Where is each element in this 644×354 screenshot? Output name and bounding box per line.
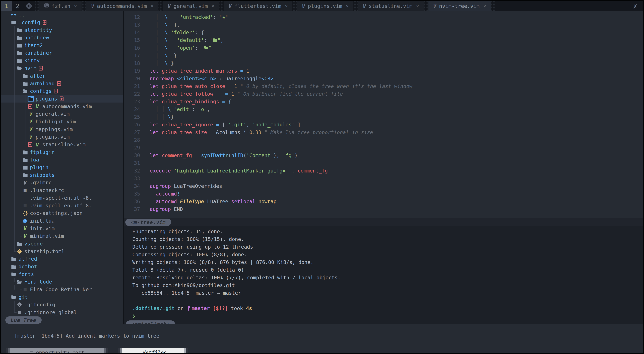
tree-item-plugins[interactable]: plugins <box>1 95 123 103</box>
tree-item-dotbot[interactable]: dotbot <box>1 263 123 271</box>
tree-item-vscode[interactable]: vscode <box>1 240 123 248</box>
tree-item-Fira-Code[interactable]: Fira Code <box>1 278 123 286</box>
tree-item-homebrew[interactable]: homebrew <box>1 34 123 41</box>
tab-close-icon[interactable]: × <box>416 3 419 9</box>
editor-tab[interactable]: Vautocommands.vim× <box>86 1 158 11</box>
tree-item-label: alacritty <box>24 27 52 33</box>
line-number: 37 <box>124 205 150 213</box>
tree-indent-guide <box>14 301 14 313</box>
tree-item-label: .luacheckrc <box>30 187 64 193</box>
tree-item-.vim-spell-en.utf-8.[interactable]: ≡.vim-spell-en.utf-8. <box>1 202 123 209</box>
tab-close-icon[interactable]: × <box>346 3 349 9</box>
tree-item-label: snippets <box>30 172 55 178</box>
tree-item-.gitignore-global[interactable]: ≡.gitignore_global <box>1 309 123 316</box>
code-line-text: let comment_fg = synIDattr(hlID('Comment… <box>150 152 298 159</box>
editor-tab[interactable]: Vgeneral.vim× <box>163 1 219 11</box>
tree-item-plugins.vim[interactable]: Vplugins.vim <box>1 133 123 141</box>
tree-item-general.vim[interactable]: Vgeneral.vim <box>1 110 123 118</box>
tree-item-autoload[interactable]: autoload <box>1 80 123 87</box>
code-line: 20nnoremap <silent><c-n> :LuaTreeToggle<… <box>124 75 643 82</box>
tree-item-ftplugin[interactable]: ftplugin <box>1 148 123 156</box>
tree-item-statusline.vim[interactable]: Vstatusline.vim <box>1 141 123 148</box>
tree-item-init.lua[interactable]: init.lua <box>1 217 123 225</box>
tree-item-Fira-Code-Retina-Ner[interactable]: ≡Fira Code Retina Ner <box>1 286 123 293</box>
tree-item-.config[interactable]: .config <box>1 19 123 26</box>
file-tree-pane: ••...configalacrittyhomebrewiterm2karabi… <box>1 11 123 324</box>
tree-item-init.vim[interactable]: Vinit.vim <box>1 225 123 232</box>
tree-item-.vim-spell-en.utf-8.[interactable]: ≡.vim-spell-en.utf-8. <box>1 194 123 202</box>
vim-icon: V <box>363 3 366 9</box>
editor-tab[interactable]: Vstatusline.vim× <box>358 1 424 11</box>
folder-glyph-icon <box>213 37 218 43</box>
folder-icon <box>16 35 22 40</box>
tree-item-autocommands.vim[interactable]: Vautocommands.vim <box>1 102 123 110</box>
tmux-window-label: opportunity_cost <box>36 350 84 354</box>
cursor-block <box>28 96 34 101</box>
tmux-window-opportunity-cost[interactable]: □ opportunity_cost <box>6 348 108 354</box>
tree-item-karabiner[interactable]: karabiner <box>1 49 123 57</box>
tree-item-nvim[interactable]: nvim <box>1 64 123 72</box>
tree-item-.gvimrc[interactable]: V.gvimrc <box>1 179 123 187</box>
tree-indent-guide <box>14 26 14 252</box>
code-line-text: augroup LuaTreeOverrides <box>150 182 222 190</box>
code-line-text: augroup END <box>150 205 183 213</box>
tree-item-.luacheckrc[interactable]: ≡.luacheckrc <box>1 187 123 194</box>
tree-item-lua[interactable]: lua <box>1 156 123 164</box>
tree-item-starship.toml[interactable]: starship.toml <box>1 248 123 255</box>
tmux-window-.dotfiles[interactable]: .dotfiles <box>118 348 188 354</box>
editor-tab[interactable]: fzf.sh× <box>40 1 82 11</box>
line-number: 16 <box>124 44 150 52</box>
line-number: 17 <box>124 52 150 59</box>
code-line: 27let g:lua_tree_size = &columns * 0.33 … <box>124 129 643 136</box>
tab-close-icon[interactable]: × <box>74 3 77 9</box>
tree-item-iterm2[interactable]: iterm2 <box>1 41 123 49</box>
tree-item-minimal.vim[interactable]: Vminimal.vim <box>1 232 123 240</box>
terminal-line: Writing objects: 100% (8/8), 876 bytes |… <box>132 259 643 266</box>
tmux-window-number[interactable]: 1 <box>1 1 12 11</box>
text-file-icon: ≡ <box>22 286 28 293</box>
code-line-text: execute 'highlight LuaTreeIndentMarker g… <box>150 167 328 175</box>
line-number: 27 <box>124 129 150 136</box>
tree-item-alacritty[interactable]: alacritty <box>1 26 123 34</box>
tab-close-icon[interactable]: × <box>150 3 154 9</box>
tree-item-alfred[interactable]: alfred <box>1 255 123 263</box>
tree-item-.gitconfig[interactable]: .gitconfig <box>1 301 123 309</box>
code-line: 19let g:lua_tree_indent_markers = 1 <box>124 67 643 75</box>
tree-item-fonts[interactable]: fonts <box>1 270 123 278</box>
tree-indent-corner <box>20 290 22 290</box>
tree-item-configs[interactable]: configs <box>1 87 123 95</box>
code-editor[interactable]: 12 │ \ 'untracked': "★"13 │ \ },14 │ \ '… <box>124 11 643 218</box>
tree-item-snippets[interactable]: snippets <box>1 171 123 179</box>
main-area: ••...configalacrittyhomebrewiterm2karabi… <box>1 11 643 324</box>
tree-item-label: .vim-spell-en.utf-8. <box>30 203 92 209</box>
tab-close-icon[interactable]: × <box>285 3 288 9</box>
editor-tab[interactable]: Vplugins.vim× <box>297 1 354 11</box>
tree-item-plugin[interactable]: plugin <box>1 164 123 171</box>
tab-close-icon[interactable]: × <box>212 3 214 9</box>
tree-item-mappings.vim[interactable]: Vmappings.vim <box>1 125 123 133</box>
tree-item-git[interactable]: git <box>1 293 123 301</box>
back-circle-icon[interactable] <box>23 1 35 11</box>
tree-item-label: lua <box>30 157 39 163</box>
code-line-text: │ │ \ "edit": "o", <box>150 105 210 113</box>
terminal-line: remote: Resolving deltas: 100% (7/7), co… <box>132 274 643 282</box>
tree-item-..[interactable]: ••.. <box>1 11 123 19</box>
tree-item-kitty[interactable]: kitty <box>1 57 123 64</box>
git-unstaged-icon <box>28 142 32 147</box>
tree-item-coc-settings.json[interactable]: {}coc-settings.json <box>1 209 123 217</box>
tree-item-highlight.vim[interactable]: Vhighlight.vim <box>1 118 123 126</box>
folder-open-glyph-icon <box>204 45 208 51</box>
editor-tab[interactable]: Vfluttertest.vim× <box>224 1 292 11</box>
code-line: 36 autocmd FileType LuaTree setlocal now… <box>124 198 643 205</box>
text-file-icon: ≡ <box>22 187 28 194</box>
terminal-pane[interactable]: Enumerating objects: 15, done.Counting o… <box>124 226 643 320</box>
code-line: 18 │ \ } <box>124 59 643 67</box>
vim-icon: V <box>168 3 171 9</box>
close-all-icon[interactable]: ✗ <box>628 1 643 11</box>
terminal-line: Delta compression using up to 12 threads <box>132 243 643 251</box>
editor-tab[interactable]: Vnvim-tree.vim× <box>428 1 491 11</box>
tmux-window-number[interactable]: 2 <box>12 1 23 11</box>
tree-indent-guide <box>20 72 20 236</box>
tree-item-after[interactable]: after <box>1 72 123 80</box>
tab-close-icon[interactable]: × <box>483 3 486 9</box>
